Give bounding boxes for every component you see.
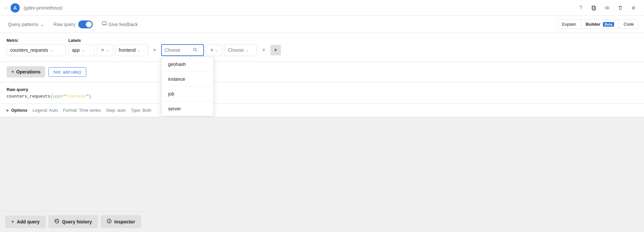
- raw-query-section-label: Raw query: [7, 87, 637, 92]
- label2-search-input[interactable]: [164, 47, 191, 53]
- metric-field-group: Metric counters_requests ⌄: [7, 38, 66, 56]
- operations-label: Operations: [16, 69, 40, 74]
- plus-icon: +: [11, 69, 14, 75]
- label1-value-chevron: ⌄: [137, 48, 140, 52]
- label1-op-select[interactable]: = ⌄: [97, 44, 113, 56]
- label2-choose-wrapper: geohash instance job server: [161, 44, 204, 56]
- label1-value-text: frontend: [119, 47, 136, 53]
- svg-point-10: [632, 8, 633, 9]
- svg-point-6: [634, 6, 635, 7]
- top-bar: ‹ A (gdev-prometheus) ?: [0, 0, 644, 16]
- label1-remove-button[interactable]: ×: [150, 45, 159, 55]
- explain-button[interactable]: Explain: [557, 20, 581, 29]
- legend-option: Legend: Auto: [33, 108, 58, 113]
- label1-value-select[interactable]: frontend ⌄: [115, 44, 148, 56]
- label2-op-chevron: ⌄: [215, 48, 218, 52]
- svg-point-7: [632, 7, 633, 8]
- label1-op-chevron: ⌄: [106, 48, 109, 52]
- dropdown-item-instance[interactable]: instance: [161, 72, 213, 87]
- operations-row: + Operations hint: add rate(): [0, 62, 644, 82]
- label-dropdown-menu: geohash instance job server: [161, 57, 214, 116]
- raw-query-section: Raw query counters_requests{app="fronten…: [0, 82, 644, 104]
- label1-name-select[interactable]: app ⌄: [68, 44, 95, 56]
- top-bar-icons: ?: [576, 3, 639, 13]
- labels-label: Labels: [68, 38, 281, 43]
- add-label-button[interactable]: +: [270, 45, 281, 55]
- metric-label: Metric: [7, 38, 66, 43]
- grid-icon[interactable]: [628, 3, 639, 13]
- label2-value-chevron: ⌄: [246, 48, 248, 52]
- delete-icon[interactable]: [615, 3, 626, 13]
- raw-query-code: counters_requests{app="frontend"}: [7, 94, 637, 99]
- datasource-logo: A: [11, 3, 20, 13]
- give-feedback-label: Give feedback: [109, 22, 138, 27]
- labels-group: Labels app ⌄ = ⌄ frontend ⌄ ×: [68, 38, 281, 56]
- beta-badge: Beta: [603, 22, 614, 27]
- view-icon[interactable]: [602, 3, 612, 13]
- metric-value: counters_requests: [10, 47, 48, 53]
- svg-point-8: [633, 7, 634, 8]
- view-buttons: Explain Builder Beta Code: [557, 19, 639, 29]
- svg-point-3: [607, 7, 608, 8]
- labels-row: app ⌄ = ⌄ frontend ⌄ ×: [68, 44, 281, 56]
- label2-value-placeholder: Choose: [228, 47, 244, 53]
- query-builder: Metric counters_requests ⌄ Labels app ⌄ …: [0, 33, 644, 62]
- query-patterns-chevron: ⌄: [40, 22, 44, 27]
- svg-point-9: [634, 7, 635, 8]
- metric-chevron: ⌄: [50, 48, 53, 52]
- operations-button[interactable]: + Operations: [7, 66, 45, 77]
- svg-point-5: [633, 6, 634, 7]
- type-option: Type: Both: [131, 108, 151, 113]
- search-icon: [193, 47, 197, 53]
- svg-point-12: [634, 8, 635, 9]
- code-button[interactable]: Code: [619, 20, 638, 29]
- code-eq: =": [61, 94, 66, 99]
- label1-name-value: app: [72, 47, 80, 53]
- label2-remove-button[interactable]: ×: [259, 45, 268, 55]
- format-option: Format: Time series: [63, 108, 101, 113]
- hint-button[interactable]: hint: add rate(): [48, 67, 86, 77]
- query-patterns-label: Query patterns: [8, 22, 38, 27]
- options-chevron-icon: ▶: [7, 108, 9, 112]
- datasource-name: (gdev-prometheus): [24, 5, 62, 11]
- options-toggle[interactable]: ▶ Options: [7, 108, 27, 113]
- label2-choose-input[interactable]: [161, 44, 204, 56]
- options-label: Options: [11, 108, 27, 113]
- dropdown-item-server[interactable]: server: [161, 102, 213, 116]
- code-val: frontend: [65, 94, 86, 99]
- options-row: ▶ Options Legend: Auto Format: Time seri…: [0, 104, 644, 117]
- metric-select[interactable]: counters_requests ⌄: [7, 44, 66, 56]
- toggle-thumb: [86, 21, 92, 27]
- toolbar: Query patterns ⌄ Raw query Give feedback…: [0, 16, 644, 33]
- builder-button[interactable]: Builder Beta: [581, 20, 619, 29]
- help-icon[interactable]: ?: [576, 3, 586, 13]
- label2-value-select[interactable]: Choose ⌄: [224, 44, 257, 56]
- svg-rect-13: [102, 22, 106, 25]
- query-patterns-button[interactable]: Query patterns ⌄: [5, 20, 47, 28]
- raw-query-group: Raw query: [54, 20, 93, 28]
- raw-query-label: Raw query: [54, 22, 76, 27]
- dropdown-item-job[interactable]: job: [161, 87, 213, 102]
- svg-point-4: [632, 6, 633, 7]
- code-metric: counters_requests: [7, 94, 50, 99]
- builder-row: Metric counters_requests ⌄ Labels app ⌄ …: [7, 38, 637, 56]
- copy-icon[interactable]: [589, 3, 599, 13]
- feedback-icon: [102, 21, 107, 27]
- raw-query-toggle[interactable]: [78, 20, 93, 28]
- step-option: Step: auto: [106, 108, 126, 113]
- code-key: app: [53, 94, 60, 99]
- dropdown-item-geohash[interactable]: geohash: [161, 57, 213, 72]
- label1-op-value: =: [101, 47, 104, 53]
- code-close-brace: }: [89, 94, 91, 99]
- builder-label: Builder: [586, 22, 601, 27]
- collapse-chevron[interactable]: ‹: [5, 6, 7, 10]
- label1-name-chevron: ⌄: [82, 48, 84, 52]
- give-feedback-button[interactable]: Give feedback: [99, 20, 141, 28]
- label2-op-select[interactable]: = ⌄: [206, 44, 222, 56]
- label2-op-value: =: [211, 47, 213, 53]
- code-close-quote: ": [86, 94, 89, 99]
- svg-point-11: [633, 8, 634, 9]
